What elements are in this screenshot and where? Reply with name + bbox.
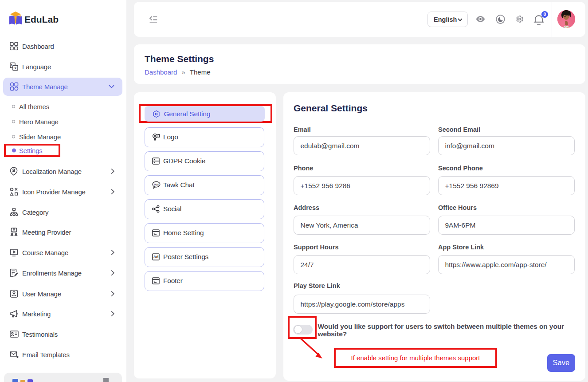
svg-text:A: A <box>10 63 13 67</box>
svg-text:Ad: Ad <box>153 255 159 259</box>
svg-text:TALK: TALK <box>154 184 159 186</box>
